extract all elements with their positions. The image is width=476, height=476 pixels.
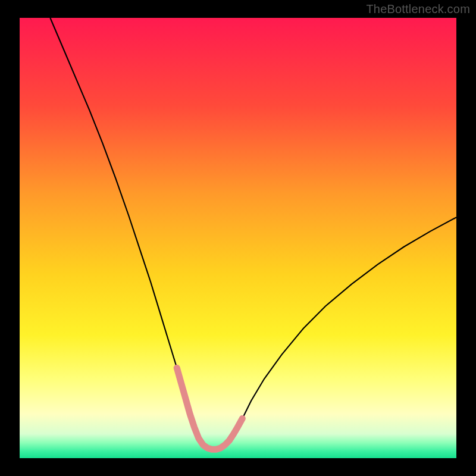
bottleneck-chart	[0, 0, 476, 476]
gradient-background	[20, 18, 456, 458]
watermark-text: TheBottleneck.com	[366, 2, 470, 16]
chart-frame: TheBottleneck.com	[0, 0, 476, 476]
